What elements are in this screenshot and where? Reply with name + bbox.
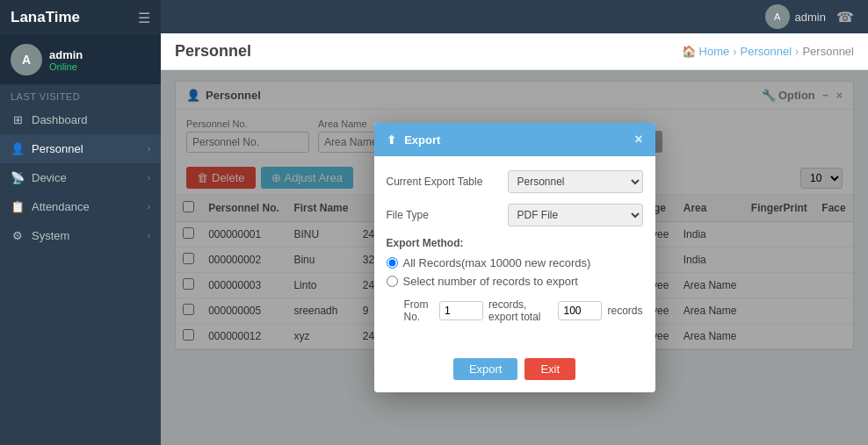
breadcrumb-home-icon: 🏠 bbox=[682, 45, 696, 58]
modal-header: ⬆ Export × bbox=[374, 123, 655, 156]
file-type-row: File Type PDF File Excel File CSV File bbox=[387, 204, 643, 226]
current-export-table-label: Current Export Table bbox=[387, 176, 501, 188]
page-title: Personnel bbox=[175, 42, 251, 61]
system-icon: ⚙ bbox=[11, 229, 25, 242]
export-method-group: Export Method: All Records(max 10000 new… bbox=[387, 237, 643, 288]
breadcrumb-sep-1: › bbox=[733, 45, 736, 58]
topbar: A admin ☎ bbox=[161, 0, 868, 33]
modal-close-button[interactable]: × bbox=[634, 132, 642, 147]
sidebar-user-section: A admin Online bbox=[0, 35, 161, 84]
content-area: 👤 Personnel 🔧 Option − × Personnel No. bbox=[161, 70, 868, 445]
breadcrumb-personnel-2: Personnel bbox=[802, 45, 854, 58]
radio-all-label: All Records(max 10000 new records) bbox=[403, 256, 591, 269]
export-icon: ⬆ bbox=[387, 133, 396, 147]
export-total-label: records, export total bbox=[488, 298, 553, 323]
records-label: records bbox=[607, 305, 642, 317]
chevron-right-icon: › bbox=[148, 231, 150, 240]
sidebar-item-label: Dashboard bbox=[32, 113, 88, 126]
sidebar-item-label: Personnel bbox=[32, 142, 83, 155]
sidebar-status: Online bbox=[49, 61, 83, 72]
topbar-notification-icon[interactable]: ☎ bbox=[836, 9, 854, 25]
sidebar-item-attendance[interactable]: 📋 Attendance › bbox=[0, 192, 161, 221]
modal-header-content: ⬆ Export bbox=[387, 133, 441, 147]
page-header: Personnel 🏠 Home › Personnel › Personnel bbox=[161, 33, 868, 70]
breadcrumb-personnel-1[interactable]: Personnel bbox=[741, 45, 792, 58]
sidebar-item-label: Device bbox=[32, 171, 67, 184]
sidebar-item-device[interactable]: 📡 Device › bbox=[0, 163, 161, 192]
modal-body: Current Export Table Personnel Departmen… bbox=[374, 156, 655, 351]
export-button[interactable]: Export bbox=[453, 358, 518, 380]
radio-select-label: Select number of records to export bbox=[403, 275, 578, 288]
radio-all-records[interactable]: All Records(max 10000 new records) bbox=[387, 256, 643, 269]
user-info: admin Online bbox=[49, 48, 83, 72]
from-no-row: From No. records, export total records bbox=[387, 298, 643, 323]
topbar-admin: A admin bbox=[765, 4, 826, 29]
sidebar-header: LanaTime ☰ bbox=[0, 0, 161, 35]
breadcrumb: 🏠 Home › Personnel › Personnel bbox=[682, 45, 854, 58]
avatar: A bbox=[11, 44, 42, 75]
main-content: A admin ☎ Personnel 🏠 Home › Personnel ›… bbox=[161, 0, 868, 445]
from-no-input[interactable] bbox=[439, 301, 483, 320]
device-icon: 📡 bbox=[11, 171, 25, 184]
export-total-input[interactable] bbox=[558, 301, 602, 320]
sidebar: LanaTime ☰ A admin Online LAST VISITED ⊞… bbox=[0, 0, 161, 445]
modal-footer: Export Exit bbox=[374, 351, 655, 392]
topbar-avatar: A bbox=[765, 4, 790, 29]
radio-all-input[interactable] bbox=[387, 257, 398, 269]
chevron-right-icon: › bbox=[148, 173, 150, 183]
dashboard-icon: ⊞ bbox=[11, 113, 25, 126]
sidebar-item-dashboard[interactable]: ⊞ Dashboard bbox=[0, 105, 161, 134]
sidebar-username: admin bbox=[49, 48, 83, 61]
sidebar-item-personnel[interactable]: 👤 Personnel › bbox=[0, 134, 161, 163]
export-modal: ⬆ Export × Current Export Table Personne… bbox=[374, 123, 655, 392]
attendance-icon: 📋 bbox=[11, 200, 25, 213]
radio-select-records[interactable]: Select number of records to export bbox=[387, 275, 643, 288]
breadcrumb-home[interactable]: Home bbox=[699, 45, 730, 58]
exit-button[interactable]: Exit bbox=[524, 358, 575, 380]
file-type-select[interactable]: PDF File Excel File CSV File bbox=[508, 204, 643, 226]
export-method-label: Export Method: bbox=[387, 237, 643, 249]
app-name: LanaTime bbox=[11, 9, 80, 26]
hamburger-icon[interactable]: ☰ bbox=[138, 10, 150, 26]
from-no-label: From No. bbox=[404, 298, 435, 323]
modal-overlay: ⬆ Export × Current Export Table Personne… bbox=[161, 70, 868, 445]
export-table-select[interactable]: Personnel Department Shift bbox=[508, 170, 643, 193]
radio-select-input[interactable] bbox=[387, 276, 398, 287]
file-type-label: File Type bbox=[387, 209, 501, 221]
breadcrumb-sep-2: › bbox=[795, 45, 799, 58]
modal-title: Export bbox=[404, 133, 440, 147]
chevron-right-icon: › bbox=[148, 144, 150, 154]
export-table-row: Current Export Table Personnel Departmen… bbox=[387, 170, 643, 193]
topbar-username: admin bbox=[795, 11, 826, 24]
sidebar-item-label: System bbox=[32, 229, 69, 242]
chevron-right-icon: › bbox=[148, 202, 150, 212]
sidebar-section-label: LAST VISITED bbox=[0, 84, 161, 105]
sidebar-item-label: Attendance bbox=[32, 200, 90, 213]
sidebar-item-system[interactable]: ⚙ System › bbox=[0, 221, 161, 250]
personnel-icon: 👤 bbox=[11, 142, 25, 155]
